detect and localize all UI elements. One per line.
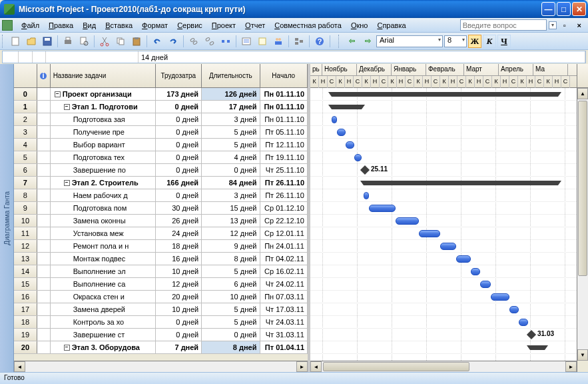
- start-cell[interactable]: Чт 24.02.11: [260, 278, 308, 290]
- task-bar[interactable]: [354, 154, 362, 161]
- menu-вид[interactable]: Вид: [78, 19, 101, 31]
- menu-сервис[interactable]: Сервис: [172, 19, 207, 31]
- table-row[interactable]: 2Подготовка зая0 дней3 днейПн 01.11.10: [14, 113, 308, 126]
- table-row[interactable]: 5Подготовка тех0 дней4 днейПт 19.11.10: [14, 151, 308, 164]
- print-button[interactable]: [61, 34, 75, 49]
- gantt-row[interactable]: [310, 202, 577, 215]
- row-id[interactable]: 3: [14, 126, 37, 138]
- work-cell[interactable]: 0 дней: [156, 113, 202, 125]
- start-cell[interactable]: Пн 01.11.10: [260, 101, 308, 113]
- table-row[interactable]: 17Замена дверей10 дней5 днейЧт 17.03.11: [14, 303, 308, 316]
- task-name-cell[interactable]: Подготовка тех: [51, 151, 156, 163]
- info-cell[interactable]: [37, 101, 51, 113]
- work-cell[interactable]: 7 дней: [156, 341, 202, 353]
- gantt-row[interactable]: 31.03: [310, 329, 577, 341]
- info-cell[interactable]: [37, 265, 51, 277]
- scroll-left-button[interactable]: ◄: [14, 361, 25, 372]
- row-id[interactable]: 4: [14, 139, 37, 151]
- duration-cell[interactable]: 0 дней: [202, 164, 260, 176]
- work-cell[interactable]: 0 дней: [156, 139, 202, 151]
- info-cell[interactable]: [37, 113, 51, 125]
- info-cell[interactable]: [37, 202, 51, 214]
- task-name-cell[interactable]: Окраска стен и: [51, 291, 156, 303]
- gantt-scroll-left-button[interactable]: ◄: [310, 361, 322, 372]
- task-bar[interactable]: [419, 230, 440, 237]
- font-size-select[interactable]: 8: [444, 35, 467, 47]
- table-row[interactable]: 15Выполнение са12 дней6 днейЧт 24.02.11: [14, 278, 308, 291]
- menu-вставка[interactable]: Вставка: [101, 19, 137, 31]
- assign-resources-button[interactable]: [271, 34, 286, 49]
- row-id[interactable]: 0: [14, 88, 37, 100]
- task-name-cell[interactable]: Выполнение са: [51, 278, 156, 290]
- info-cell[interactable]: [37, 303, 51, 315]
- task-bar[interactable]: [471, 268, 480, 275]
- duration-cell[interactable]: 8 дней: [202, 341, 260, 353]
- copy-button[interactable]: [113, 34, 128, 49]
- info-cell[interactable]: [37, 189, 51, 201]
- table-row[interactable]: 20−Этап 3. Оборудова7 дней8 днейПт 01.04…: [14, 341, 308, 354]
- table-row[interactable]: 3Получение пре0 дней5 днейПт 05.11.10: [14, 126, 308, 139]
- task-name-cell[interactable]: −Этап 2. Строитель: [51, 177, 156, 189]
- info-cell[interactable]: [37, 151, 51, 163]
- task-bar[interactable]: [509, 306, 519, 313]
- start-cell[interactable]: Чт 17.03.11: [260, 303, 308, 315]
- task-name-cell[interactable]: Получение пре: [51, 126, 156, 138]
- milestone-marker[interactable]: [527, 330, 536, 339]
- start-cell[interactable]: Пт 12.11.10: [260, 139, 308, 151]
- row-id[interactable]: 16: [14, 291, 37, 303]
- task-name-cell[interactable]: −Проект организаци: [51, 88, 156, 100]
- duration-cell[interactable]: 4 дней: [202, 151, 260, 163]
- row-id[interactable]: 2: [14, 113, 37, 125]
- grid-h-scrollbar[interactable]: ◄ ►: [14, 361, 308, 372]
- table-row[interactable]: 7−Этап 2. Строитель166 дней84 днейПт 26.…: [14, 177, 308, 189]
- table-row[interactable]: 18Контроль за хо0 дней5 днейЧт 24.03.11: [14, 316, 308, 329]
- task-bar[interactable]: [491, 293, 509, 301]
- work-cell[interactable]: 0 дней: [156, 189, 202, 201]
- gantt-h-scrollbar[interactable]: ◄ ►: [310, 361, 577, 372]
- start-cell[interactable]: Ср 12.01.11: [260, 227, 308, 239]
- undo-button[interactable]: [150, 34, 164, 49]
- work-cell[interactable]: 20 дней: [156, 291, 202, 303]
- project-icon[interactable]: [2, 20, 13, 31]
- start-cell[interactable]: Пт 01.04.11: [260, 341, 308, 353]
- work-cell[interactable]: 0 дней: [156, 126, 202, 138]
- task-name-cell[interactable]: Установка меж: [51, 227, 156, 239]
- task-bar[interactable]: [337, 129, 346, 136]
- italic-button[interactable]: К: [483, 35, 496, 48]
- duration-cell[interactable]: 12 дней: [202, 227, 260, 239]
- work-cell[interactable]: 0 дней: [156, 329, 202, 341]
- task-bar[interactable]: [396, 217, 419, 225]
- info-cell[interactable]: [37, 253, 51, 265]
- group-button[interactable]: [292, 34, 306, 49]
- start-column-header[interactable]: Начало: [260, 64, 308, 87]
- info-cell[interactable]: [37, 291, 51, 303]
- info-cell[interactable]: [37, 278, 51, 290]
- toolbar-gripper-2[interactable]: [338, 35, 342, 48]
- summary-bar[interactable]: [332, 105, 362, 109]
- mdi-close-button[interactable]: ×: [573, 19, 586, 31]
- row-id[interactable]: 8: [14, 189, 37, 201]
- row-id[interactable]: 12: [14, 240, 37, 252]
- gantt-row[interactable]: [310, 303, 577, 316]
- start-cell[interactable]: Пт 19.11.10: [260, 151, 308, 163]
- task-bar[interactable]: [369, 205, 396, 212]
- task-notes-button[interactable]: [255, 34, 270, 49]
- row-id[interactable]: 14: [14, 265, 37, 277]
- task-bar[interactable]: [480, 281, 491, 288]
- start-cell[interactable]: Пт 26.11.10: [260, 189, 308, 201]
- gantt-row[interactable]: Ч: [310, 88, 577, 101]
- view-bar[interactable]: Диаграмма Ганта: [0, 64, 14, 372]
- summary-bar[interactable]: [332, 92, 558, 97]
- help-search-input[interactable]: [460, 19, 547, 31]
- work-cell[interactable]: 0 дней: [156, 101, 202, 113]
- gantt-row[interactable]: [310, 189, 577, 202]
- menu-правка[interactable]: Правка: [44, 19, 78, 31]
- gantt-row[interactable]: [310, 291, 577, 303]
- table-row[interactable]: 12Ремонт пола и н18 дней9 днейПн 24.01.1…: [14, 240, 308, 253]
- start-cell[interactable]: Ср 01.12.10: [260, 202, 308, 214]
- start-cell[interactable]: Пн 24.01.11: [260, 240, 308, 252]
- task-info-button[interactable]: [239, 34, 254, 49]
- duration-cell[interactable]: 5 дней: [202, 265, 260, 277]
- gantt-row[interactable]: [310, 265, 577, 278]
- outline-toggle[interactable]: −: [64, 180, 70, 186]
